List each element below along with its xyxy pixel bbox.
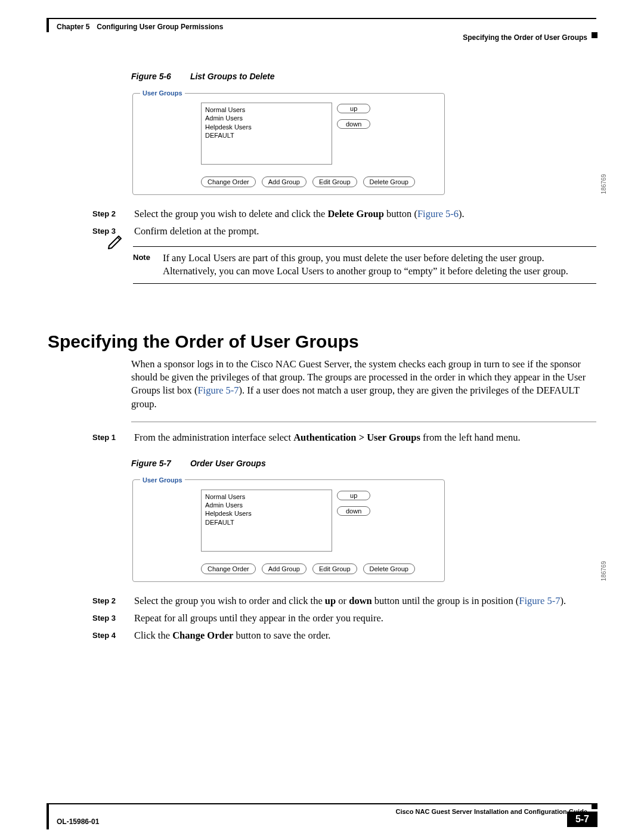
step-text: button to save the order. — [233, 630, 330, 641]
bold-text: down — [349, 595, 372, 606]
list-item[interactable]: Helpdesk Users — [205, 123, 328, 131]
down-button[interactable]: down — [337, 506, 370, 516]
list-item[interactable]: Helpdesk Users — [205, 509, 328, 518]
up-button[interactable]: up — [337, 104, 370, 113]
down-button[interactable]: down — [337, 119, 370, 129]
step-text: From the administration interface select — [134, 432, 293, 443]
add-group-button[interactable]: Add Group — [262, 176, 306, 187]
step-a3: Step 3 Confirm deletion at the prompt. — [92, 224, 596, 238]
step-text: ). — [459, 208, 465, 219]
add-group-button[interactable]: Add Group — [262, 563, 306, 574]
note-label: Note — [133, 252, 163, 278]
list-item[interactable]: Normal Users — [205, 106, 328, 114]
change-order-button[interactable]: Change Order — [201, 563, 256, 574]
bold-text: up — [325, 595, 336, 606]
step-text: button ( — [384, 208, 417, 219]
user-groups-legend: User Groups — [140, 476, 185, 484]
figure-7-title: Order User Groups — [190, 459, 266, 468]
note-block: Note If any Local Users are part of this… — [103, 246, 596, 284]
list-item[interactable]: Admin Users — [205, 501, 328, 509]
header-marker — [47, 18, 49, 32]
figure-6-caption: Figure 5-6 List Groups to Delete — [131, 72, 596, 81]
up-button[interactable]: up — [337, 491, 370, 500]
user-groups-panel: User Groups Normal Users Admin Users Hel… — [132, 476, 445, 582]
footer-doc-title: Cisco NAC Guest Server Installation and … — [396, 808, 588, 815]
figure-link[interactable]: Figure 5-7 — [519, 595, 560, 606]
delete-group-button[interactable]: Delete Group — [363, 176, 415, 187]
figure-6-id: 186769 — [600, 174, 607, 194]
figure-7-id: 186769 — [600, 561, 607, 581]
rule — [133, 283, 596, 284]
step-text: Confirm deletion at the prompt. — [134, 224, 596, 238]
figure-7-label: Figure 5-7 — [131, 459, 188, 468]
figure-6-label: Figure 5-6 — [131, 72, 188, 81]
pencil-icon — [103, 252, 133, 278]
list-item[interactable]: Admin Users — [205, 114, 328, 122]
step-b1: Step 1 From the administration interface… — [92, 431, 596, 444]
header-rule — [48, 18, 596, 19]
note-text: If any Local Users are part of this grou… — [163, 252, 596, 278]
header-section: Specifying the Order of User Groups — [463, 33, 587, 42]
step-label: Step 1 — [92, 431, 134, 444]
rule — [131, 422, 596, 422]
groups-listbox[interactable]: Normal Users Admin Users Helpdesk Users … — [201, 103, 332, 165]
list-item[interactable]: DEFAULT — [205, 131, 328, 140]
rule — [133, 246, 596, 247]
step-text: Select the group you wish to delete and … — [134, 208, 327, 219]
figure-7: User Groups Normal Users Admin Users Hel… — [131, 476, 596, 582]
figure-6: User Groups Normal Users Admin Users Hel… — [131, 89, 596, 195]
footer-rule — [48, 803, 596, 804]
figure-6-title: List Groups to Delete — [190, 72, 275, 81]
footer-square — [592, 803, 597, 809]
step-text: from the left hand menu. — [420, 432, 521, 443]
section-paragraph: When a sponsor logs in to the Cisco NAC … — [131, 358, 596, 411]
step-label: Step 2 — [92, 594, 134, 608]
figure-7-caption: Figure 5-7 Order User Groups — [131, 459, 596, 468]
groups-listbox[interactable]: Normal Users Admin Users Helpdesk Users … — [201, 490, 332, 552]
user-groups-legend: User Groups — [140, 89, 185, 97]
footer-marker — [47, 803, 49, 829]
bold-text: Authentication > User Groups — [293, 432, 420, 443]
footer-ol: OL-15986-01 — [57, 817, 99, 826]
delete-group-button[interactable]: Delete Group — [363, 563, 415, 574]
step-c4: Step 4 Click the Change Order button to … — [92, 628, 596, 642]
step-text: or — [336, 595, 349, 606]
step-label: Step 4 — [92, 628, 134, 642]
step-text: Repeat for all groups until they appear … — [134, 611, 596, 625]
figure-link[interactable]: Figure 5-6 — [417, 208, 459, 219]
step-text: Click the — [134, 630, 172, 641]
list-item[interactable]: Normal Users — [205, 493, 328, 501]
bold-text: Delete Group — [327, 208, 384, 219]
step-text: Select the group you wish to order and c… — [134, 595, 325, 606]
step-label: Step 3 — [92, 611, 134, 625]
change-order-button[interactable]: Change Order — [201, 176, 256, 187]
user-groups-panel: User Groups Normal Users Admin Users Hel… — [132, 89, 445, 195]
list-item[interactable]: DEFAULT — [205, 518, 328, 527]
step-text: button until the group is in position ( — [372, 595, 519, 606]
edit-group-button[interactable]: Edit Group — [312, 563, 357, 574]
header-square — [592, 32, 597, 38]
bold-text: Change Order — [172, 630, 233, 641]
figure-link[interactable]: Figure 5-7 — [197, 385, 239, 396]
step-a2: Step 2 Select the group you wish to dele… — [92, 207, 596, 221]
page: Chapter 5 Configuring User Group Permiss… — [0, 0, 644, 833]
step-c3: Step 3 Repeat for all groups until they … — [92, 611, 596, 625]
page-number: 5-7 — [567, 812, 597, 827]
section-heading: Specifying the Order of User Groups — [48, 332, 596, 352]
step-c2: Step 2 Select the group you wish to orde… — [92, 594, 596, 608]
edit-group-button[interactable]: Edit Group — [312, 176, 357, 187]
step-text: ). — [561, 595, 566, 606]
content-region: Figure 5-6 List Groups to Delete User Gr… — [48, 72, 596, 646]
step-label: Step 2 — [92, 207, 134, 221]
header-chapter: Chapter 5 Configuring User Group Permiss… — [57, 23, 223, 31]
